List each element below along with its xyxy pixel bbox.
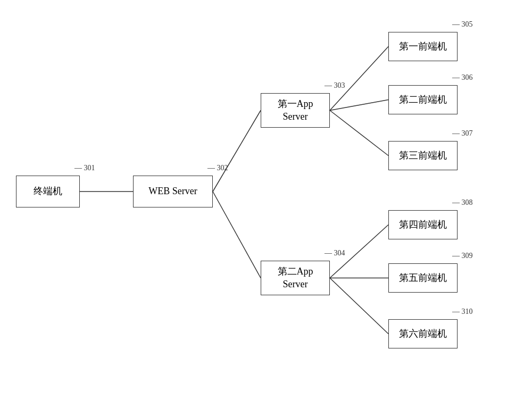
- label-fe5: — 309: [452, 252, 473, 260]
- label-app2: — 304: [325, 249, 345, 257]
- node-app2: 第二AppServer: [261, 261, 330, 295]
- node-fe3: 第三前端机: [388, 141, 458, 170]
- label-web: — 302: [207, 164, 228, 172]
- label-terminal: — 301: [74, 164, 95, 172]
- node-terminal: 终端机: [16, 176, 80, 207]
- node-fe6: 第六前端机: [388, 319, 458, 348]
- node-fe4: 第四前端机: [388, 210, 458, 239]
- label-fe6: — 310: [452, 307, 473, 316]
- node-web: WEB Server: [133, 176, 213, 207]
- svg-line-1: [213, 111, 261, 192]
- network-diagram: 终端机— 301WEB Server— 302第一AppServer— 303第…: [0, 0, 532, 399]
- svg-line-3: [330, 47, 388, 111]
- label-fe1: — 305: [452, 20, 473, 29]
- label-fe2: — 306: [452, 73, 473, 82]
- label-fe4: — 308: [452, 198, 473, 207]
- node-fe2: 第二前端机: [388, 85, 458, 114]
- node-app1: 第一AppServer: [261, 93, 330, 128]
- node-fe5: 第五前端机: [388, 263, 458, 293]
- label-app1: — 303: [325, 81, 345, 90]
- label-fe3: — 307: [452, 129, 473, 138]
- svg-line-5: [330, 111, 388, 156]
- svg-line-2: [213, 192, 261, 278]
- node-fe1: 第一前端机: [388, 32, 458, 61]
- svg-line-8: [330, 278, 388, 334]
